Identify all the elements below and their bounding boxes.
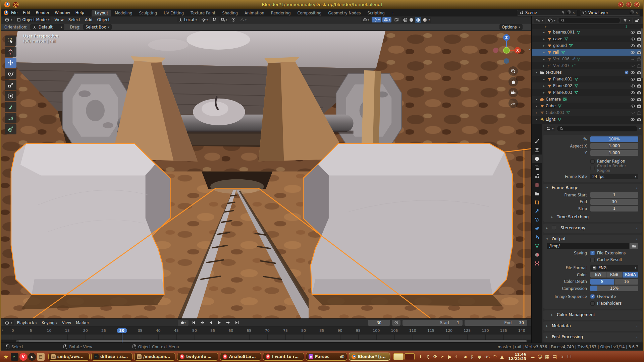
- menu-item[interactable]: Render: [33, 10, 52, 15]
- tab-particles[interactable]: [532, 216, 542, 224]
- tab-object[interactable]: [532, 198, 542, 207]
- launcher-vivaldi[interactable]: V: [19, 353, 27, 361]
- hide-in-viewport-toggle[interactable]: [630, 30, 635, 35]
- outliner-row[interactable]: ▸ Vert.007: [532, 62, 643, 69]
- tool-annotate[interactable]: [5, 102, 16, 112]
- properties-options-dropdown[interactable]: ▾: [639, 127, 641, 130]
- selectability-checkbox[interactable]: [624, 50, 629, 55]
- outliner-row[interactable]: ▸ beams.001: [532, 29, 643, 36]
- crop-to-render-region-checkbox[interactable]: [590, 166, 595, 170]
- object-name[interactable]: Vert.007: [553, 63, 570, 68]
- disable-in-renders-toggle[interactable]: [637, 70, 642, 75]
- color-rgb-button[interactable]: RGB: [606, 272, 622, 278]
- tool-measure[interactable]: [5, 113, 16, 123]
- frame-step-field[interactable]: 1: [590, 206, 638, 212]
- workspace-tab[interactable]: Compositing: [294, 10, 325, 16]
- proportional-editing-toggle[interactable]: [230, 17, 237, 22]
- expand-arrow[interactable]: ▸: [542, 78, 546, 81]
- overwrite-checkbox[interactable]: [590, 294, 595, 299]
- tab-collection[interactable]: [532, 189, 542, 198]
- file-format-dropdown[interactable]: PNG▾: [590, 265, 638, 271]
- menu-item[interactable]: File: [8, 10, 20, 15]
- gizmos-toggle[interactable]: ▾: [372, 17, 381, 22]
- timeline-ruler[interactable]: 0510152025303540455055606570758085909510…: [1, 327, 531, 334]
- disable-in-renders-toggle[interactable]: [637, 110, 642, 115]
- viewport-menu-item[interactable]: Add: [83, 17, 95, 22]
- object-visibility-selector[interactable]: ▾: [361, 17, 371, 22]
- depth-8-button[interactable]: 8: [590, 279, 614, 285]
- output-path-field[interactable]: /tmp/: [547, 243, 629, 249]
- selectability-checkbox[interactable]: [624, 77, 629, 81]
- frame-end-field[interactable]: End30: [465, 320, 527, 326]
- transform-orientation-selector[interactable]: Local▾: [177, 17, 199, 22]
- timeline-menu-item[interactable]: Marker: [73, 320, 92, 325]
- timeline-body[interactable]: 0510152025303540455055606570758085909510…: [1, 327, 531, 343]
- stereoscopy-panel-header[interactable]: ▸Stereoscopy∷: [543, 224, 642, 231]
- workspace-1[interactable]: [393, 353, 404, 360]
- outliner-row[interactable]: ▸ Camera: [532, 96, 643, 103]
- tray-volume-icon[interactable]: ◄: [462, 354, 467, 359]
- selectability-checkbox[interactable]: [624, 117, 629, 122]
- hide-in-viewport-toggle[interactable]: [630, 83, 635, 88]
- outliner-filter-button[interactable]: ▾: [621, 18, 632, 23]
- hide-in-viewport-toggle[interactable]: [630, 90, 635, 95]
- tray-update-icon[interactable]: ⟳: [433, 354, 438, 359]
- workspace-tab[interactable]: UV Editing: [160, 10, 187, 16]
- viewport-menu-item[interactable]: View: [52, 17, 66, 22]
- camera-view-button[interactable]: [508, 88, 518, 97]
- workspace-tab[interactable]: Rendering: [268, 10, 294, 16]
- axis-minus-z[interactable]: [504, 58, 509, 64]
- placeholders-checkbox[interactable]: [590, 301, 595, 306]
- viewport-scene-3d[interactable]: [1, 31, 531, 318]
- tool-select-box[interactable]: [5, 36, 16, 46]
- menu-item[interactable]: Help: [73, 10, 87, 15]
- hide-in-viewport-toggle[interactable]: [630, 104, 635, 109]
- workspace-tab[interactable]: Animation: [241, 10, 268, 16]
- disable-in-renders-toggle[interactable]: [637, 63, 642, 68]
- selectability-checkbox[interactable]: [624, 90, 629, 95]
- snap-toggle[interactable]: [211, 17, 218, 22]
- menu-item[interactable]: Window: [52, 10, 72, 15]
- frame-start-field[interactable]: 1: [590, 192, 638, 198]
- selectability-checkbox[interactable]: [624, 83, 629, 88]
- tray-player-icon[interactable]: ▶: [447, 354, 452, 359]
- taskbar-window-button[interactable]: AnalieStar ...: [220, 353, 261, 361]
- scene-selector[interactable]: Scene ×: [517, 10, 577, 16]
- selectability-checkbox[interactable]: [624, 63, 629, 68]
- taskbar-window-button[interactable]: diffuse : zs...: [91, 353, 132, 361]
- selectability-checkbox[interactable]: [624, 30, 629, 35]
- object-name[interactable]: textures: [546, 70, 562, 75]
- shading-solid-button[interactable]: [409, 17, 414, 22]
- disable-in-renders-toggle[interactable]: [637, 50, 642, 55]
- zoom-button[interactable]: [508, 66, 518, 76]
- tray-weather-icon[interactable]: ☁: [530, 354, 535, 359]
- new-layer-icon[interactable]: [630, 11, 633, 14]
- jump-to-start-button[interactable]: [190, 320, 197, 326]
- stereoscopy-checkbox[interactable]: [552, 226, 556, 230]
- options-dropdown[interactable]: Options▾: [499, 24, 523, 30]
- metadata-panel-header[interactable]: ▸Metadata∷: [543, 322, 642, 329]
- tab-tool[interactable]: [532, 137, 542, 146]
- workspace-tab[interactable]: Layout: [92, 10, 111, 16]
- output-panel-header[interactable]: ▾Output∷: [543, 235, 642, 242]
- blender-menu-icon[interactable]: [4, 10, 8, 15]
- tab-view-layer[interactable]: [532, 163, 542, 172]
- hide-in-viewport-toggle[interactable]: [630, 110, 635, 115]
- tab-object-data[interactable]: [532, 242, 542, 250]
- tab-render[interactable]: [532, 146, 542, 155]
- drag-dropdown[interactable]: Select Box▾: [83, 24, 112, 30]
- outliner-row[interactable]: ▸ cave: [532, 36, 643, 42]
- timeline-scroll-thumb[interactable]: [16, 340, 527, 342]
- workspace-tab[interactable]: Texture Paint: [187, 10, 219, 16]
- workspace-tab[interactable]: Sculpting: [136, 10, 160, 16]
- tab-output[interactable]: [532, 155, 542, 163]
- taskbar-window-button[interactable]: Blender* [/...: [349, 353, 390, 361]
- taskbar-window-button[interactable]: I want to re...: [263, 353, 304, 361]
- launcher-terminal[interactable]: >_: [11, 353, 18, 361]
- object-name[interactable]: cave: [553, 37, 562, 41]
- outliner-editor-selector[interactable]: ▾: [534, 18, 545, 23]
- jump-to-end-button[interactable]: [233, 320, 241, 326]
- hide-in-viewport-toggle[interactable]: [630, 97, 635, 102]
- play-reverse-button[interactable]: [207, 320, 215, 326]
- outliner-search-input[interactable]: [558, 18, 620, 23]
